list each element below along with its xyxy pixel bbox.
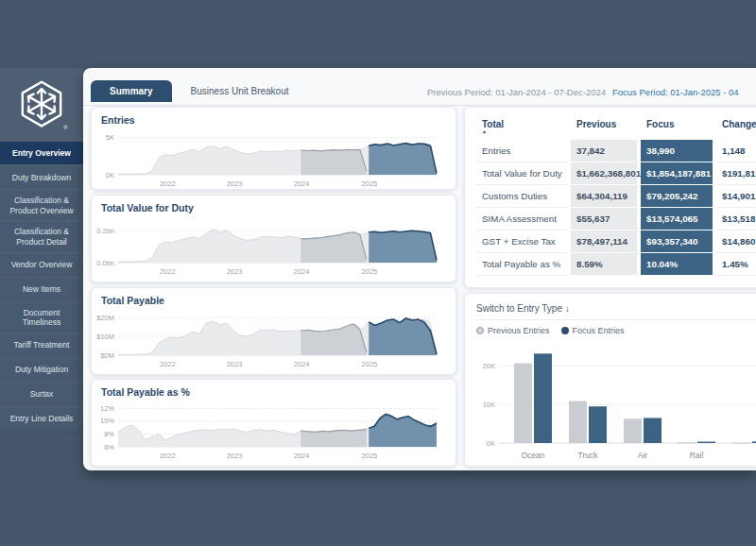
entries-area-chart[interactable]: 5K0K2022202320242025	[92, 128, 440, 190]
bar-focus-ocean[interactable]	[534, 353, 552, 443]
sidebar-item-new-items[interactable]: New Items	[0, 279, 83, 301]
bar-previous-ocean[interactable]	[514, 364, 532, 443]
svg-text:2023: 2023	[227, 452, 243, 460]
svg-text:0.2bn: 0.2bn	[96, 227, 114, 235]
sidebar: ® Entry OverviewDuty BreakdownClassifica…	[0, 68, 83, 423]
bar-focus-truck[interactable]	[589, 406, 607, 443]
sidebar-item-surtax[interactable]: Surtax	[0, 384, 83, 406]
bar-previous-cut[interactable]	[732, 443, 750, 444]
bar-focus-rail[interactable]	[697, 442, 715, 443]
summary-table-header: Total ▲ Previous Focus Change	[476, 115, 756, 140]
bar-previous-truck[interactable]	[569, 401, 587, 443]
table-row[interactable]: Total Payable as %8.59%10.04%1.45%	[476, 253, 756, 276]
table-row[interactable]: Entries37,84238,9901,148	[476, 140, 756, 162]
tab-bar: Summary Business Unit Breakout	[91, 80, 308, 102]
svg-text:Rail: Rail	[690, 451, 704, 460]
svg-text:$10M: $10M	[96, 333, 114, 341]
table-row[interactable]: SIMA Assessment$55,637$13,574,065$13,518…	[476, 208, 756, 230]
table-cell-prev: $78,497,114	[571, 230, 637, 253]
legend-previous-entries[interactable]: Previous Entries	[476, 326, 550, 335]
chart-title: Entries	[92, 108, 455, 128]
summary-table-body: Entries37,84238,9901,148Total Value for …	[476, 140, 756, 276]
table-cell-label: Total Value for Duty	[476, 162, 567, 185]
svg-text:8%: 8%	[104, 430, 114, 438]
table-cell-change: $14,901,123	[716, 185, 756, 208]
svg-text:10K: 10K	[483, 401, 495, 409]
svg-text:10%: 10%	[100, 417, 114, 425]
svg-text:20K: 20K	[483, 362, 495, 370]
sidebar-item-entry-overview[interactable]: Entry Overview	[0, 142, 83, 164]
svg-text:12%: 12%	[100, 404, 114, 413]
bar-focus-cut[interactable]	[752, 441, 756, 443]
sidebar-item-duty-mitigation[interactable]: Duty Mitigation	[0, 359, 83, 382]
bar-focus-air[interactable]	[644, 418, 662, 443]
column-header-change[interactable]: Change	[716, 115, 756, 140]
table-cell-label: Total Payable as %	[476, 253, 567, 276]
entries-trend-card: Entries 5K0K2022202320242025	[91, 107, 456, 190]
svg-text:2022: 2022	[160, 360, 176, 368]
value-for-duty-area-chart[interactable]: 0.2bn0.0bn2022202320242025	[92, 215, 440, 278]
main-panel: Summary Business Unit Breakout Previous …	[83, 68, 756, 470]
table-cell-focus: $79,205,242	[641, 185, 713, 208]
sidebar-item-classification-product-overview[interactable]: Classification & Product Overview	[0, 191, 83, 220]
bar-previous-air[interactable]	[624, 418, 642, 443]
bar-previous-rail[interactable]	[678, 442, 696, 443]
table-cell-focus: 38,990	[641, 140, 713, 162]
svg-text:2025: 2025	[362, 179, 378, 188]
tab-business-unit-breakout[interactable]: Business Unit Breakout	[172, 80, 308, 102]
svg-text:2022: 2022	[160, 267, 176, 276]
table-cell-label: GST + Excise Tax	[476, 230, 567, 253]
bar-chart-legend: Previous Entries Focus Entries	[476, 320, 756, 337]
summary-table-card: Total ▲ Previous Focus Change Entries37,…	[464, 107, 756, 288]
payable-percent-area-chart[interactable]: 12%10%8%6%2022202320242025	[92, 400, 440, 462]
chart-title: Total Value for Duty	[92, 196, 455, 215]
sidebar-item-entry-line-details[interactable]: Entry Line Details	[0, 408, 83, 431]
table-cell-prev: 37,842	[571, 140, 637, 162]
switch-to-entry-type-toggle[interactable]: Switch to Entry Type ↓	[476, 301, 756, 320]
svg-text:2022: 2022	[160, 179, 176, 188]
table-cell-change: 1.45%	[716, 253, 756, 276]
table-row[interactable]: GST + Excise Tax$78,497,114$93,357,340$1…	[476, 230, 756, 253]
table-cell-focus: $1,854,187,881	[641, 162, 713, 185]
table-cell-change: 1,148	[716, 140, 756, 162]
svg-text:0K: 0K	[487, 439, 495, 448]
table-cell-focus: 10.04%	[641, 253, 713, 276]
svg-text:Truck: Truck	[578, 451, 599, 460]
chart-title: Total Payable	[92, 288, 455, 308]
svg-text:2024: 2024	[294, 360, 310, 368]
tab-summary[interactable]: Summary	[91, 80, 172, 102]
svg-text:2023: 2023	[227, 267, 243, 276]
column-header-previous[interactable]: Previous	[571, 115, 637, 140]
svg-text:2023: 2023	[227, 360, 243, 368]
table-row[interactable]: Customs Duties$64,304,119$79,205,242$14,…	[476, 185, 756, 208]
table-cell-focus: $93,357,340	[641, 230, 713, 253]
svg-text:0.0bn: 0.0bn	[96, 259, 114, 267]
sidebar-item-duty-breakdown[interactable]: Duty Breakdown	[0, 166, 83, 189]
sidebar-item-vendor-overview[interactable]: Vendor Overview	[0, 254, 83, 277]
table-cell-prev: $1,662,368,801	[571, 162, 637, 185]
legend-focus-entries[interactable]: Focus Entries	[561, 326, 625, 335]
entry-type-chart-card: Switch to Entry Type ↓ Previous Entries …	[464, 293, 756, 467]
sidebar-item-classification-product-detail[interactable]: Classification & Product Detail	[0, 222, 83, 251]
svg-text:2025: 2025	[362, 452, 378, 460]
table-cell-focus: $13,574,065	[641, 208, 713, 230]
previous-series-dot-icon	[476, 327, 484, 334]
table-cell-change: $14,860,226	[716, 230, 756, 253]
column-header-focus[interactable]: Focus	[641, 115, 713, 140]
entry-type-bar-chart[interactable]: 20K10K0KOceanTruckAirRail	[476, 337, 756, 469]
svg-text:2022: 2022	[160, 452, 176, 460]
table-row[interactable]: Total Value for Duty$1,662,368,801$1,854…	[476, 162, 756, 185]
sidebar-item-tariff-treatment[interactable]: Tariff Treatment	[0, 334, 83, 357]
tab-underline	[83, 105, 756, 106]
table-cell-change: $191,819,080	[716, 162, 756, 185]
table-cell-prev: $55,637	[571, 208, 637, 230]
sort-ascending-icon: ▲	[482, 129, 561, 133]
dashboard-canvas: ® Entry OverviewDuty BreakdownClassifica…	[0, 0, 756, 546]
sidebar-item-document-timeliness[interactable]: Document Timeliness	[0, 303, 83, 333]
total-payable-area-chart[interactable]: $20M$10M$0M2022202320242025	[92, 308, 440, 370]
sidebar-nav: Entry OverviewDuty BreakdownClassificati…	[0, 142, 83, 433]
total-payable-trend-card: Total Payable $20M$10M$0M202220232024202…	[91, 287, 456, 375]
svg-text:2024: 2024	[294, 267, 310, 276]
svg-text:6%: 6%	[104, 443, 114, 452]
column-header-total[interactable]: Total ▲	[476, 115, 567, 140]
